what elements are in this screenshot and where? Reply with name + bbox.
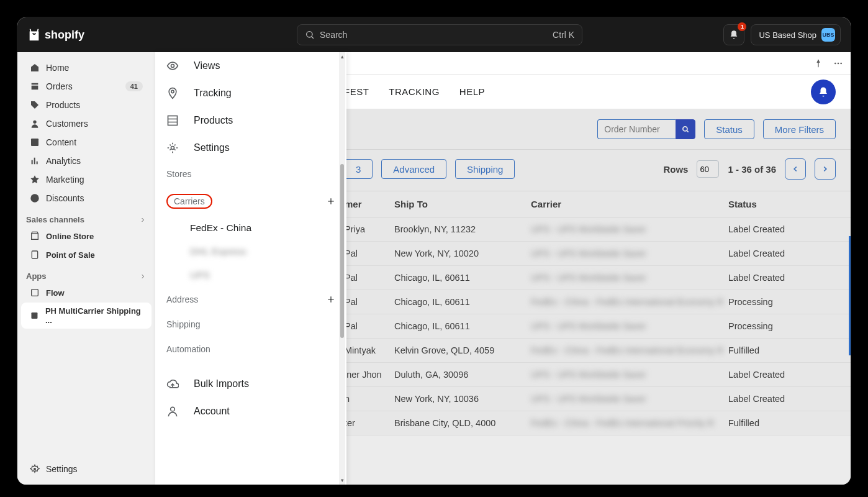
sidebar-item-label: Orders — [46, 81, 73, 91]
dd-label: Views — [194, 60, 220, 71]
sidebar-item-flow[interactable]: Flow — [21, 284, 151, 301]
sidebar-item-ph-multicarrier[interactable]: PH MultiCarrier Shipping ... — [21, 303, 151, 329]
orders-icon — [30, 81, 40, 91]
scroll-down-arrow[interactable]: ▾ — [339, 477, 345, 483]
sidebar-item-marketing[interactable]: Marketing — [21, 171, 151, 188]
sidebar-item-home[interactable]: Home — [21, 59, 151, 76]
cell-shipto: Chicago, IL, 60611 — [394, 273, 531, 283]
svg-rect-4 — [32, 234, 38, 239]
svg-point-0 — [307, 32, 312, 37]
svg-point-14 — [840, 62, 842, 64]
tab-help[interactable]: HELP — [459, 86, 485, 97]
cell-customer: Priya — [345, 224, 394, 234]
cell-status: Label Created — [728, 394, 836, 404]
dd-heading-address: Address — [155, 287, 346, 312]
toolbar-button-shipping[interactable]: Shipping — [455, 159, 515, 179]
carrier-dhl[interactable]: DHL Express — [155, 240, 346, 263]
sidebar-item-analytics[interactable]: Analytics — [21, 152, 151, 170]
sidebar-item-online-store[interactable]: Online Store — [21, 227, 151, 245]
cell-carrier: UPS - UPS Worldwide Saver — [531, 224, 728, 234]
home-icon — [30, 63, 40, 73]
svg-rect-6 — [32, 290, 38, 296]
discount-icon — [30, 193, 40, 203]
svg-point-13 — [838, 62, 839, 64]
next-page-button[interactable] — [815, 158, 836, 180]
dd-item-settings[interactable]: Settings — [155, 134, 346, 162]
cell-carrier: FedEx - China - FedEx International Econ… — [531, 345, 728, 355]
grid-icon — [166, 114, 179, 127]
app-notifications-button[interactable] — [811, 80, 836, 104]
sidebar-item-orders[interactable]: Orders 41 — [21, 78, 151, 95]
shop-selector[interactable]: US Based Shop UBS — [751, 24, 841, 45]
content-icon — [30, 137, 40, 147]
notifications-button[interactable]: 1 — [723, 24, 744, 45]
cell-shipto: Brisbane City, QLD, 4000 — [394, 418, 531, 428]
tab-tracking[interactable]: TRACKING — [389, 86, 440, 97]
sidebar-item-customers[interactable]: Customers — [21, 115, 151, 132]
more-filters-button[interactable]: More Filters — [763, 119, 836, 139]
shopify-logo[interactable]: shopify — [27, 28, 84, 42]
sidebar-item-content[interactable]: Content — [21, 134, 151, 151]
gear-icon — [166, 142, 179, 154]
col-carrier: Carrier — [531, 199, 728, 209]
cell-carrier: UPS - UPS Worldwide Saver — [531, 273, 728, 283]
chevron-left-icon — [791, 165, 800, 173]
tab-fest[interactable]: FEST — [344, 86, 369, 97]
sidebar-item-label: Discounts — [46, 193, 84, 203]
sidebar-heading-channels: Sales channels — [17, 207, 155, 227]
cell-shipto: Kelvin Grove, QLD, 4059 — [394, 345, 531, 355]
pin-icon[interactable] — [813, 58, 823, 68]
sidebar-item-pos[interactable]: Point of Sale — [21, 246, 151, 263]
sidebar-item-label: Products — [46, 100, 80, 110]
dd-item-bulk-imports[interactable]: Bulk Imports — [155, 370, 346, 398]
shop-avatar: UBS — [821, 28, 835, 42]
svg-point-12 — [834, 62, 836, 64]
scroll-up-arrow[interactable]: ▴ — [339, 53, 345, 60]
order-number-search — [597, 119, 695, 139]
flow-icon — [30, 288, 40, 298]
bell-icon — [729, 30, 739, 40]
chevron-right-icon — [821, 165, 830, 173]
gear-icon — [30, 464, 40, 474]
sidebar-item-label: Flow — [46, 288, 65, 298]
sidebar-item-discounts[interactable]: Discounts — [21, 189, 151, 207]
carrier-ups[interactable]: UPS — [155, 263, 346, 287]
table-scroll-indicator — [849, 236, 851, 355]
dd-item-products[interactable]: Products — [155, 107, 346, 134]
person-icon — [166, 405, 179, 417]
cell-carrier: FedEx - China - FedEx International Prio… — [531, 418, 728, 428]
dd-item-account[interactable]: Account — [155, 398, 346, 425]
cell-customer: Pal — [345, 297, 394, 307]
plus-icon[interactable] — [327, 295, 335, 304]
cell-carrier: UPS - UPS Worldwide Saver — [531, 394, 728, 404]
chevron-right-icon[interactable] — [139, 273, 147, 280]
dd-item-tracking[interactable]: Tracking — [155, 80, 346, 107]
app-window: shopify Search Ctrl K 1 US Based Shop UB… — [17, 17, 851, 485]
bell-icon — [818, 86, 829, 98]
topbar: shopify Search Ctrl K 1 US Based Shop UB… — [17, 17, 851, 52]
search-icon — [681, 125, 690, 134]
carrier-fedex-china[interactable]: FedEx - China — [155, 216, 346, 240]
order-search-button[interactable] — [676, 119, 695, 139]
sidebar-item-products[interactable]: Products — [21, 96, 151, 114]
more-icon[interactable] — [833, 58, 843, 68]
status-filter-button[interactable]: Status — [704, 119, 754, 139]
col-shipto: Ship To — [394, 199, 531, 209]
search-box[interactable]: Search Ctrl K — [297, 24, 582, 45]
dd-item-views[interactable]: Views — [155, 52, 346, 80]
dd-label: Settings — [194, 142, 230, 153]
prev-page-button[interactable] — [785, 158, 806, 180]
order-number-input[interactable] — [597, 119, 676, 139]
shopify-sidebar: Home Orders 41 Products Customers Conten… — [17, 52, 155, 485]
analytics-icon — [30, 156, 40, 166]
carriers-heading-highlighted[interactable]: Carriers — [166, 194, 212, 209]
plus-icon[interactable] — [327, 197, 335, 206]
toolbar-button-advanced[interactable]: Advanced — [381, 159, 446, 179]
toolbar-button-3[interactable]: 3 — [344, 159, 373, 179]
svg-rect-5 — [32, 251, 37, 258]
cell-customer: Mintyak — [345, 345, 394, 355]
rows-select[interactable] — [697, 160, 719, 178]
chevron-right-icon[interactable] — [139, 216, 147, 224]
app-icon — [30, 311, 39, 321]
sidebar-item-settings[interactable]: Settings — [21, 460, 151, 478]
